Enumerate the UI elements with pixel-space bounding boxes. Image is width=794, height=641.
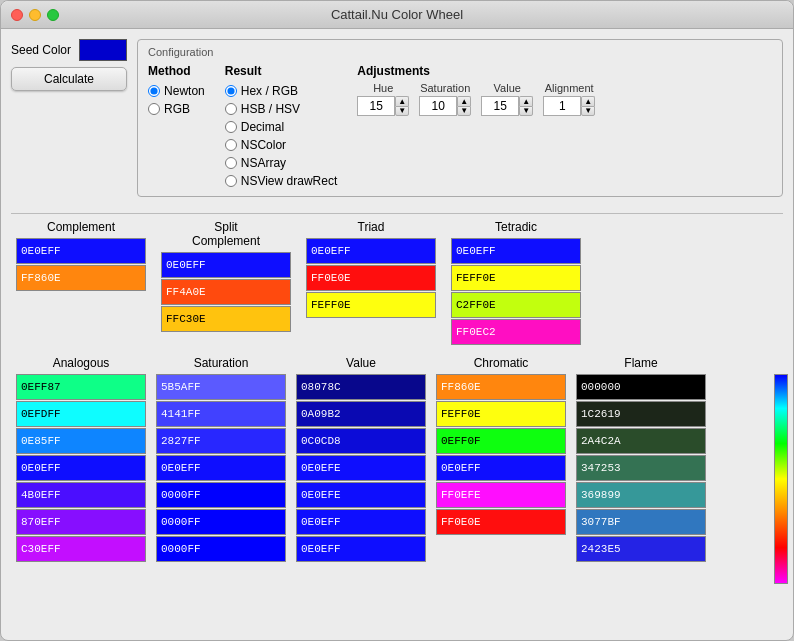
maximize-button[interactable] [47,9,59,21]
list-item: 0E0EFF [436,455,566,481]
value-stepper-up[interactable]: ▲ [519,96,533,106]
hue-input[interactable] [357,96,395,116]
seed-color-swatch[interactable] [79,39,127,61]
result-hex-rgb-radio[interactable] [225,85,237,97]
result-nsarray-label: NSArray [241,156,286,170]
divider-1 [11,213,783,214]
result-decimal-label: Decimal [241,120,284,134]
hue-input-row: ▲ ▼ [357,96,409,116]
config-inner: Method Newton RGB Result [148,64,772,188]
saturation-stepper-up[interactable]: ▲ [457,96,471,106]
saturation-stepper-down[interactable]: ▼ [457,106,471,116]
complement-label: Complement [16,220,146,234]
result-nsview-radio[interactable] [225,175,237,187]
hue-stepper-up[interactable]: ▲ [395,96,409,106]
minimize-button[interactable] [29,9,41,21]
saturation-field: Saturation ▲ ▼ [419,82,471,116]
alignment-field: Alignment ▲ ▼ [543,82,595,116]
list-item: 2827FF [156,428,286,454]
alignment-input[interactable] [543,96,581,116]
list-item: 000000 [576,374,706,400]
value-input[interactable] [481,96,519,116]
result-nsview[interactable]: NSView drawRect [225,174,337,188]
main-content: Seed Color Calculate Configuration Metho… [1,29,793,640]
value-group-label: Value [296,356,426,370]
list-item: 0E0EFE [296,455,426,481]
result-decimal-radio[interactable] [225,121,237,133]
list-item: 0E0EFE [296,482,426,508]
alignment-stepper[interactable]: ▲ ▼ [581,96,595,116]
saturation-input[interactable] [419,96,457,116]
method-newton-label: Newton [164,84,205,98]
list-item: C30EFF [16,536,146,562]
hue-stepper[interactable]: ▲ ▼ [395,96,409,116]
list-item: 1C2619 [576,401,706,427]
method-newton-radio[interactable] [148,85,160,97]
result-nscolor-radio[interactable] [225,139,237,151]
list-item: 0EFF0F [436,428,566,454]
seed-color-area: Seed Color Calculate [11,39,127,91]
result-nsarray[interactable]: NSArray [225,156,337,170]
window-title: Cattail.Nu Color Wheel [331,7,463,22]
result-nsview-label: NSView drawRect [241,174,337,188]
chromatic-group: Chromatic FF860E FEFF0E 0EFF0F 0E0EFF FF… [436,356,566,536]
value-field: Value ▲ ▼ [481,82,533,116]
result-nscolor[interactable]: NSColor [225,138,337,152]
saturation-group: Saturation 5B5AFF 4141FF 2827FF 0E0EFF 0… [156,356,286,563]
value-stepper-down[interactable]: ▼ [519,106,533,116]
list-item: FEFF0E [451,265,581,291]
list-item: FF0EFE [436,482,566,508]
seed-color-label: Seed Color [11,43,71,57]
saturation-label: Saturation [420,82,470,94]
result-decimal[interactable]: Decimal [225,120,337,134]
list-item: 0E0EFF [16,455,146,481]
alignment-input-row: ▲ ▼ [543,96,595,116]
seed-label-row: Seed Color [11,39,127,61]
alignment-label: Alignment [545,82,594,94]
list-item: FF4A0E [161,279,291,305]
tetradic-label: Tetradic [451,220,581,234]
list-item: 0E0EFF [306,238,436,264]
list-item: 0E0EFF [156,455,286,481]
list-item: FEFF0E [436,401,566,427]
list-item: 2423E5 [576,536,706,562]
method-rgb-radio[interactable] [148,103,160,115]
list-item: 0EFDFF [16,401,146,427]
list-item: 347253 [576,455,706,481]
saturation-stepper[interactable]: ▲ ▼ [457,96,471,116]
list-item: 369899 [576,482,706,508]
list-item: 0E0EFF [161,252,291,278]
list-item: C2FF0E [451,292,581,318]
hue-stepper-down[interactable]: ▼ [395,106,409,116]
adjustments-section: Adjustments Hue ▲ ▼ [357,64,595,116]
method-rgb[interactable]: RGB [148,102,205,116]
calculate-button[interactable]: Calculate [11,67,127,91]
alignment-stepper-up[interactable]: ▲ [581,96,595,106]
analogous-label: Analogous [16,356,146,370]
result-nsarray-radio[interactable] [225,157,237,169]
result-hex-rgb[interactable]: Hex / RGB [225,84,337,98]
value-label: Value [494,82,521,94]
value-input-row: ▲ ▼ [481,96,533,116]
close-button[interactable] [11,9,23,21]
value-group: Value 08078C 0A09B2 0C0CD8 0E0EFE 0E0EFE… [296,356,426,563]
alignment-stepper-down[interactable]: ▼ [581,106,595,116]
list-item: 0C0CD8 [296,428,426,454]
triad-group: Triad 0E0EFF FF0E0E FEFF0E [306,220,436,319]
method-label: Method [148,64,205,78]
list-item: 0E0EFF [296,509,426,535]
top-section: Seed Color Calculate Configuration Metho… [11,39,783,197]
list-item: FF0EC2 [451,319,581,345]
list-item: 870EFF [16,509,146,535]
list-item: FF860E [16,265,146,291]
result-hsb-hsv[interactable]: HSB / HSV [225,102,337,116]
saturation-group-label: Saturation [156,356,286,370]
list-item: 0000FF [156,536,286,562]
result-section: Result Hex / RGB HSB / HSV Decimal [225,64,337,188]
list-item: 0E0EFF [16,238,146,264]
list-item: 0EFF87 [16,374,146,400]
value-stepper[interactable]: ▲ ▼ [519,96,533,116]
method-newton[interactable]: Newton [148,84,205,98]
result-hsb-hsv-radio[interactable] [225,103,237,115]
list-item: 4B0EFF [16,482,146,508]
